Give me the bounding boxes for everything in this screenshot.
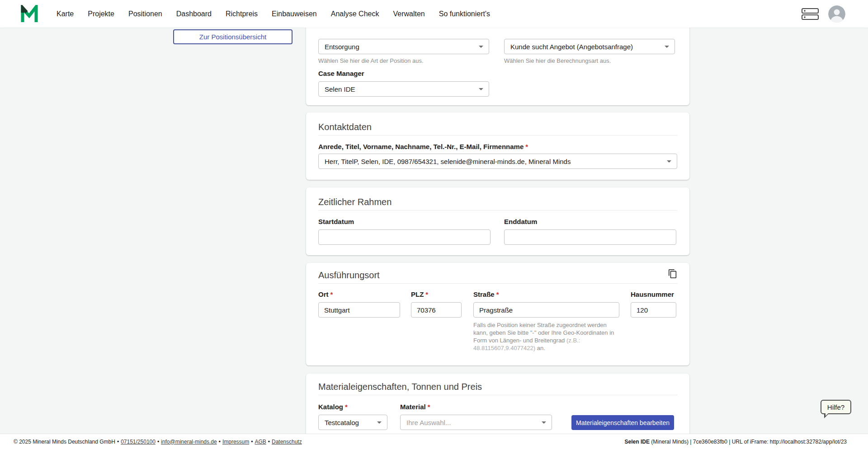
nav-item-projekte[interactable]: Projekte <box>88 10 114 18</box>
start-date-input[interactable] <box>318 229 491 245</box>
calculation-type-select[interactable]: Kunde sucht Angebot (Angebotsanfrage) <box>504 39 675 54</box>
footer-left: © 2025 Mineral Minds Deutschland GmbH • … <box>14 439 302 445</box>
required-mark: * <box>496 290 499 298</box>
case-manager-value: Selen IDE <box>325 85 355 93</box>
footer-separator: • <box>251 439 253 445</box>
street-helper-suffix: an. <box>535 345 545 351</box>
nav-right <box>802 5 845 23</box>
nav-item-verwalten[interactable]: Verwalten <box>393 10 425 18</box>
city-label: Ort* <box>318 290 400 299</box>
city-input[interactable] <box>318 302 400 318</box>
timeframe-card: Zeitlicher Rahmen Startdatum Enddatum <box>306 187 689 255</box>
position-type-helper: Wählen Sie hier die Art der Position aus… <box>318 57 489 65</box>
footer-separator: • <box>268 439 270 445</box>
mineral-minds-logo-icon <box>20 5 38 23</box>
top-nav: Karte Projekte Positionen Dashboard Rich… <box>0 0 868 28</box>
case-manager-select[interactable]: Selen IDE <box>318 81 489 97</box>
footer: © 2025 Mineral Minds Deutschland GmbH • … <box>0 434 868 449</box>
street-input[interactable] <box>473 302 619 318</box>
divider <box>318 135 677 136</box>
brand-logo[interactable] <box>20 4 39 24</box>
timeframe-card-title: Zeitlicher Rahmen <box>318 196 677 207</box>
footer-session-details: (Mineral Minds) | 7ce360e83fb0 | URL of … <box>650 439 847 445</box>
footer-user: Selen IDE <box>625 439 650 445</box>
position-settings-card: Entsorgung Wählen Sie hier die Art der P… <box>306 16 689 105</box>
footer-separator: • <box>117 439 119 445</box>
footer-separator: • <box>219 439 221 445</box>
imprint-link[interactable]: Impressum <box>222 439 249 445</box>
nav-item-positionen[interactable]: Positionen <box>128 10 162 18</box>
street-helper: Falls die Position keiner Straße zugeord… <box>473 321 616 352</box>
nav-item-karte[interactable]: Karte <box>57 10 74 18</box>
server-icon[interactable] <box>802 8 819 20</box>
contact-value: Herr, TitelP, Selen, IDE, 0987/654321, s… <box>325 158 571 165</box>
end-date-input[interactable] <box>504 229 676 245</box>
street-label: Straße* <box>473 290 619 299</box>
required-mark: * <box>425 290 428 298</box>
contact-label: Anrede, Titel, Vorname, Nachname, Tel.-N… <box>318 143 677 151</box>
footer-separator: • <box>157 439 159 445</box>
help-button[interactable]: Hilfe? <box>821 400 851 414</box>
catalog-label: Katalog* <box>318 403 387 411</box>
street-label-text: Straße <box>473 290 495 298</box>
privacy-link[interactable]: Datenschutz <box>272 439 302 445</box>
required-mark: * <box>525 143 528 150</box>
house-number-label: Hausnummer <box>631 290 676 299</box>
edit-material-properties-button[interactable]: Materialeigenschaften bearbeiten <box>571 415 674 430</box>
start-date-label: Startdatum <box>318 218 491 226</box>
material-label: Material* <box>400 403 552 411</box>
nav-item-analyse-check[interactable]: Analyse Check <box>331 10 379 18</box>
location-card-title: Ausführungsort <box>318 270 677 281</box>
street-helper-main: Falls die Position keiner Straße zugeord… <box>473 322 614 344</box>
contact-label-text: Anrede, Titel, Vorname, Nachname, Tel.-N… <box>318 143 524 150</box>
nav-item-richtpreis[interactable]: Richtpreis <box>226 10 258 18</box>
divider <box>318 395 677 395</box>
nav-item-dashboard[interactable]: Dashboard <box>176 10 212 18</box>
nav-items: Karte Projekte Positionen Dashboard Rich… <box>57 10 490 18</box>
zip-label: PLZ* <box>411 290 462 299</box>
account-icon <box>828 5 845 23</box>
user-avatar[interactable] <box>828 5 845 23</box>
position-type-value: Entsorgung <box>325 43 359 51</box>
zip-input[interactable] <box>411 302 462 318</box>
nav-item-so-funktionierts[interactable]: So funktioniert's <box>439 10 490 18</box>
catalog-select[interactable]: Testcatalog <box>318 415 387 430</box>
material-placeholder: Ihre Auswahl... <box>406 419 451 426</box>
required-mark: * <box>345 403 348 411</box>
copy-location-button[interactable] <box>667 269 678 280</box>
zip-label-text: PLZ <box>411 290 424 298</box>
help-label: Hilfe? <box>827 403 844 411</box>
contact-card: Kontaktdaten Anrede, Titel, Vorname, Nac… <box>306 112 689 180</box>
contact-card-title: Kontaktdaten <box>318 122 677 132</box>
required-mark: * <box>330 290 333 298</box>
catalog-value: Testcatalog <box>325 419 359 426</box>
agb-link[interactable]: AGB <box>255 439 266 445</box>
house-number-input[interactable] <box>631 302 676 318</box>
calculation-type-helper: Wählen Sie hier die Berechnungsart aus. <box>504 57 675 65</box>
catalog-label-text: Katalog <box>318 403 343 411</box>
material-select[interactable]: Ihre Auswahl... <box>400 415 552 430</box>
content-copy-icon <box>668 269 678 279</box>
contact-select[interactable]: Herr, TitelP, Selen, IDE, 0987/654321, s… <box>318 154 677 169</box>
phone-link[interactable]: 07151/250100 <box>121 439 156 445</box>
material-label-text: Material <box>400 403 426 411</box>
required-mark: * <box>428 403 430 411</box>
footer-session-info: Selen IDE (Mineral Minds) | 7ce360e83fb0… <box>625 439 847 445</box>
nav-item-einbauweisen[interactable]: Einbauweisen <box>272 10 317 18</box>
back-to-positions-button[interactable]: Zur Positionsübersicht <box>173 29 292 44</box>
page: Entsorgung Wählen Sie hier die Art der P… <box>0 0 868 449</box>
case-manager-label: Case Manager <box>318 70 677 78</box>
footer-copyright: © 2025 Mineral Minds Deutschland GmbH <box>14 439 115 445</box>
material-card-title: Materialeigenschaften, Tonnen und Preis <box>318 381 677 392</box>
city-label-text: Ort <box>318 290 329 298</box>
position-type-select[interactable]: Entsorgung <box>318 39 489 54</box>
end-date-label: Enddatum <box>504 218 676 226</box>
divider <box>318 283 677 284</box>
calculation-type-value: Kunde sucht Angebot (Angebotsanfrage) <box>510 43 633 51</box>
location-card: Ausführungsort Ort* PLZ* Stra <box>306 263 689 365</box>
email-link[interactable]: info@mineral-minds.de <box>161 439 217 445</box>
divider <box>318 210 677 210</box>
